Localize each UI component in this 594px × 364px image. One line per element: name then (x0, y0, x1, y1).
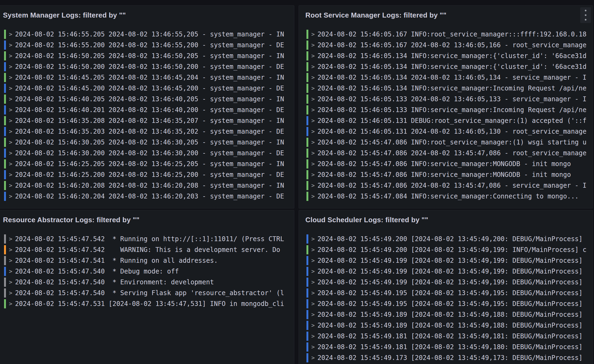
log-row[interactable]: > 2024-08-02 15:46:05.131 2024-08-02 13:… (299, 126, 593, 137)
expand-chevron-icon[interactable]: > (311, 118, 315, 124)
expand-chevron-icon[interactable]: > (9, 150, 12, 156)
expand-chevron-icon[interactable]: > (311, 172, 315, 178)
expand-chevron-icon[interactable]: > (311, 96, 315, 102)
log-row[interactable]: > 2024-08-02 15:45:47.531 [2024-08-02 13… (0, 298, 294, 309)
log-row[interactable]: > 2024-08-02 15:45:49.200 [2024-08-02 13… (299, 244, 593, 255)
log-row[interactable]: > 2024-08-02 15:46:35.203 2024-08-02 13:… (0, 126, 294, 137)
log-list[interactable]: > 2024-08-02 15:46:55.205 2024-08-02 13:… (0, 29, 294, 208)
expand-chevron-icon[interactable]: > (311, 323, 315, 328)
expand-chevron-icon[interactable]: > (9, 107, 12, 113)
log-row[interactable]: > 2024-08-02 15:46:40.201 2024-08-02 13:… (0, 105, 294, 115)
log-row[interactable]: > 2024-08-02 15:46:30.205 2024-08-02 13:… (0, 137, 294, 148)
log-row[interactable]: > 2024-08-02 15:46:50.200 2024-08-02 13:… (0, 61, 294, 72)
expand-chevron-icon[interactable]: > (311, 161, 315, 167)
log-row[interactable]: > 2024-08-02 15:46:05.167 2024-08-02 13:… (299, 40, 593, 50)
log-row[interactable]: > 2024-08-02 15:46:25.205 2024-08-02 13:… (0, 159, 294, 169)
log-row[interactable]: > 2024-08-02 15:45:47.542 WARNING: This … (0, 244, 294, 255)
log-row[interactable]: > 2024-08-02 15:45:47.541 * Running on a… (0, 255, 294, 266)
log-row[interactable]: > 2024-08-02 15:46:05.167 INFO:root_serv… (299, 29, 593, 40)
expand-chevron-icon[interactable]: > (9, 32, 12, 37)
log-list[interactable]: > 2024-08-02 15:45:49.200 [2024-08-02 13… (299, 234, 593, 364)
log-row[interactable]: > 2024-08-02 15:46:20.208 2024-08-02 13:… (0, 180, 294, 191)
panel-title[interactable]: Cloud Scheduler Logs: filtered by "" (299, 210, 593, 229)
log-row[interactable]: > 2024-08-02 15:46:35.208 2024-08-02 13:… (0, 115, 294, 126)
expand-chevron-icon[interactable]: > (311, 312, 315, 318)
expand-chevron-icon[interactable]: > (311, 140, 315, 145)
log-row[interactable]: > 2024-08-02 15:46:05.134 INFO:service_m… (299, 61, 593, 72)
log-row[interactable]: > 2024-08-02 15:45:47.540 * Debug mode: … (0, 266, 294, 277)
panel-title[interactable]: System Manager Logs: filtered by "" (0, 6, 294, 25)
expand-chevron-icon[interactable]: > (9, 258, 12, 264)
expand-chevron-icon[interactable]: > (9, 161, 12, 167)
expand-chevron-icon[interactable]: > (9, 269, 12, 274)
log-row[interactable]: > 2024-08-02 15:45:47.540 * Serving Flas… (0, 288, 294, 298)
expand-chevron-icon[interactable]: > (9, 279, 12, 285)
expand-chevron-icon[interactable]: > (9, 129, 12, 134)
log-row[interactable]: > 2024-08-02 15:45:47.086 2024-08-02 13:… (299, 148, 593, 159)
expand-chevron-icon[interactable]: > (9, 247, 12, 253)
expand-chevron-icon[interactable]: > (9, 118, 12, 124)
log-row[interactable]: > 2024-08-02 15:46:30.200 2024-08-02 13:… (0, 148, 294, 159)
expand-chevron-icon[interactable]: > (9, 194, 12, 199)
expand-chevron-icon[interactable]: > (311, 194, 315, 199)
log-row[interactable]: > 2024-08-02 15:45:49.195 [2024-08-02 13… (299, 288, 593, 298)
log-row[interactable]: > 2024-08-02 15:45:49.199 [2024-08-02 13… (299, 255, 593, 266)
expand-chevron-icon[interactable]: > (9, 42, 12, 48)
expand-chevron-icon[interactable]: > (311, 129, 315, 134)
log-row[interactable]: > 2024-08-02 15:45:47.086 INFO:root_serv… (299, 137, 593, 148)
log-row[interactable]: > 2024-08-02 15:45:49.199 [2024-08-02 13… (299, 277, 593, 288)
expand-chevron-icon[interactable]: > (9, 183, 12, 188)
log-row[interactable]: > 2024-08-02 15:46:25.200 2024-08-02 13:… (0, 169, 294, 180)
expand-chevron-icon[interactable]: > (311, 75, 315, 80)
expand-chevron-icon[interactable]: > (9, 96, 12, 102)
panel-menu-button[interactable] (580, 7, 591, 23)
expand-chevron-icon[interactable]: > (311, 150, 315, 156)
expand-chevron-icon[interactable]: > (9, 86, 12, 91)
log-row[interactable]: > 2024-08-02 15:46:05.131 DEBUG:root_ser… (299, 115, 593, 126)
log-row[interactable]: > 2024-08-02 15:45:49.195 [2024-08-02 13… (299, 298, 593, 309)
expand-chevron-icon[interactable]: > (9, 75, 12, 80)
log-row[interactable]: > 2024-08-02 15:46:55.200 2024-08-02 13:… (0, 40, 294, 50)
log-row[interactable]: > 2024-08-02 15:46:45.205 2024-08-02 13:… (0, 72, 294, 83)
panel-title[interactable]: Root Service Manager Logs: filtered by "… (299, 6, 593, 25)
log-row[interactable]: > 2024-08-02 15:45:47.542 * Running on h… (0, 234, 294, 244)
log-row[interactable]: > 2024-08-02 15:46:05.133 2024-08-02 13:… (299, 94, 593, 105)
expand-chevron-icon[interactable]: > (311, 86, 315, 91)
log-row[interactable]: > 2024-08-02 15:46:05.134 INFO:service_m… (299, 83, 593, 94)
log-row[interactable]: > 2024-08-02 15:46:45.200 2024-08-02 13:… (0, 83, 294, 94)
expand-chevron-icon[interactable]: > (311, 344, 315, 350)
expand-chevron-icon[interactable]: > (9, 64, 12, 70)
log-row[interactable]: > 2024-08-02 15:45:49.189 [2024-08-02 13… (299, 320, 593, 331)
expand-chevron-icon[interactable]: > (9, 236, 12, 242)
expand-chevron-icon[interactable]: > (311, 42, 315, 48)
expand-chevron-icon[interactable]: > (311, 64, 315, 70)
expand-chevron-icon[interactable]: > (311, 301, 315, 307)
log-row[interactable]: > 2024-08-02 15:45:49.173 [2024-08-02 13… (299, 352, 593, 363)
log-row[interactable]: > 2024-08-02 15:45:47.084 INFO:service_m… (299, 191, 593, 202)
expand-chevron-icon[interactable]: > (311, 269, 315, 274)
expand-chevron-icon[interactable]: > (311, 107, 315, 113)
log-row[interactable]: > 2024-08-02 15:46:05.133 INFO:service_m… (299, 105, 593, 115)
expand-chevron-icon[interactable]: > (9, 172, 12, 178)
expand-chevron-icon[interactable]: > (311, 290, 315, 296)
expand-chevron-icon[interactable]: > (9, 301, 12, 307)
expand-chevron-icon[interactable]: > (311, 53, 315, 59)
log-list[interactable]: > 2024-08-02 15:46:05.167 INFO:root_serv… (299, 29, 593, 208)
expand-chevron-icon[interactable]: > (311, 279, 315, 285)
log-row[interactable]: > 2024-08-02 15:45:49.200 [2024-08-02 13… (299, 234, 593, 244)
log-row[interactable]: > 2024-08-02 15:46:05.134 INFO:service_m… (299, 50, 593, 61)
expand-chevron-icon[interactable]: > (311, 32, 315, 37)
log-row[interactable]: > 2024-08-02 15:45:47.086 INFO:service_m… (299, 159, 593, 169)
log-row[interactable]: > 2024-08-02 15:45:47.086 2024-08-02 13:… (299, 180, 593, 191)
expand-chevron-icon[interactable]: > (311, 236, 315, 242)
expand-chevron-icon[interactable]: > (9, 140, 12, 145)
expand-chevron-icon[interactable]: > (311, 247, 315, 253)
expand-chevron-icon[interactable]: > (311, 333, 315, 339)
log-row[interactable]: > 2024-08-02 15:46:05.134 2024-08-02 13:… (299, 72, 593, 83)
expand-chevron-icon[interactable]: > (9, 53, 12, 59)
expand-chevron-icon[interactable]: > (9, 290, 12, 296)
expand-chevron-icon[interactable]: > (311, 258, 315, 264)
log-row[interactable]: > 2024-08-02 15:46:40.205 2024-08-02 13:… (0, 94, 294, 105)
panel-title[interactable]: Resource Abstractor Logs: filtered by "" (0, 210, 294, 229)
expand-chevron-icon[interactable]: > (311, 183, 315, 188)
